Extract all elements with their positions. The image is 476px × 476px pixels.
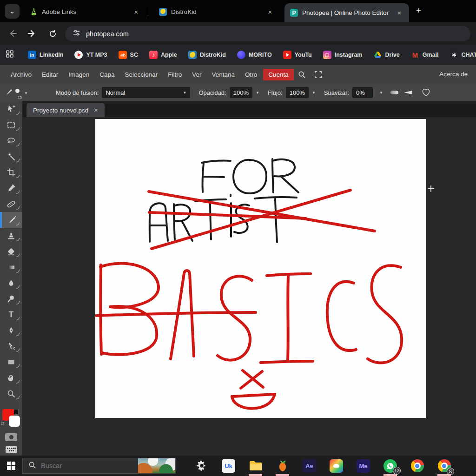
new-tab-button[interactable]: + <box>416 6 421 16</box>
tab-search-button[interactable]: ⌄ <box>5 4 20 19</box>
back-icon[interactable] <box>7 27 19 40</box>
menu-editar[interactable]: Editar <box>37 69 63 80</box>
tool-dodge[interactable] <box>0 291 22 307</box>
bookmark-apple[interactable]: ♪ Apple <box>144 51 183 59</box>
menu-ver[interactable]: Ver <box>187 69 206 80</box>
close-icon[interactable]: × <box>132 8 140 16</box>
tool-healing-brush[interactable] <box>0 196 22 212</box>
bookmark-youtube[interactable]: YouTu <box>278 51 317 59</box>
brush-preset-button[interactable]: 15 ▼ <box>5 87 28 98</box>
tool-hand[interactable] <box>0 370 22 386</box>
stroke-dynamics-icon[interactable] <box>390 91 398 94</box>
address-bar[interactable]: photopea.com <box>65 26 470 41</box>
menu-seleccionar[interactable]: Seleccionar <box>120 69 163 80</box>
tool-marquee[interactable] <box>0 117 22 133</box>
taskbar-settings[interactable] <box>194 459 209 473</box>
tune-icon[interactable] <box>73 29 80 39</box>
close-icon[interactable]: × <box>94 106 98 114</box>
tool-gradient[interactable] <box>0 259 22 275</box>
flow-field[interactable]: 100% <box>286 87 309 98</box>
bookmark-instagram[interactable]: Instagram <box>317 51 368 59</box>
menu-ventana[interactable]: Ventana <box>206 69 240 80</box>
taskbar-search[interactable] <box>22 458 176 474</box>
taskbar-fl-studio[interactable] <box>275 459 290 473</box>
apps-grid-icon[interactable] <box>6 50 14 60</box>
bookmark-distrokid[interactable]: DistroKid <box>183 51 231 59</box>
tool-crop[interactable] <box>0 165 22 180</box>
tab-photopea[interactable]: P Photopea | Online Photo Editor × <box>284 3 409 22</box>
tab-distrokid[interactable]: DistroKid × <box>153 3 280 20</box>
close-icon[interactable]: × <box>266 8 274 16</box>
search-input[interactable] <box>41 462 111 469</box>
chevron-down-icon: ⌄ <box>9 7 15 15</box>
whatsapp-badge: 12 <box>393 467 401 475</box>
heart-icon[interactable] <box>422 88 430 97</box>
opacity-field[interactable]: 100% <box>230 87 252 98</box>
blend-mode-select[interactable]: Normal ▼ <box>102 87 190 98</box>
tab-title: Adobe Links <box>42 8 76 15</box>
taskbar-after-effects[interactable]: Ae <box>302 459 317 473</box>
tool-clone-stamp[interactable] <box>0 228 22 244</box>
tool-path-select[interactable] <box>0 338 22 354</box>
smoothing-field[interactable]: 0% <box>352 87 373 98</box>
url-text[interactable]: photopea.com <box>86 30 129 38</box>
menu-imagen[interactable]: Imagen <box>63 69 94 80</box>
tool-shape[interactable] <box>0 354 22 370</box>
taskbar-whatsapp[interactable]: 12 <box>383 459 397 473</box>
taskbar-chrome[interactable] <box>410 459 424 473</box>
taskbar-creative-cloud[interactable] <box>329 459 344 473</box>
blend-mode-label: Modo de fusión: <box>56 89 99 96</box>
fullscreen-icon[interactable] <box>310 68 326 81</box>
tool-move[interactable] <box>0 101 22 117</box>
taskbar-media-encoder[interactable]: Me <box>356 459 370 473</box>
search-icon[interactable] <box>294 68 310 81</box>
document-tab[interactable]: Proyecto nuevo.psd × <box>26 103 105 117</box>
tool-blur[interactable] <box>0 275 22 291</box>
stroke-taper-icon[interactable] <box>404 91 412 94</box>
bookmark-soundcloud[interactable]: SC <box>113 51 144 59</box>
taskbar-uk-app[interactable]: Uk <box>221 459 236 473</box>
bookmark-drive[interactable]: Drive <box>368 51 405 59</box>
bookmark-chatgpt[interactable]: CHAT <box>444 51 476 59</box>
close-icon[interactable]: × <box>395 9 403 17</box>
tool-lasso[interactable] <box>0 133 22 149</box>
canvas[interactable] <box>95 119 426 418</box>
bookmark-morito[interactable]: MORITO <box>231 51 278 59</box>
menu-cuenta[interactable]: Cuenta <box>263 69 294 80</box>
reload-icon[interactable] <box>46 27 59 40</box>
forward-icon[interactable] <box>26 27 38 40</box>
caret-down-icon[interactable]: ▼ <box>379 91 383 95</box>
bookmark-yt-mp3[interactable]: YT MP3 <box>69 51 112 59</box>
menu-otro[interactable]: Otro <box>240 69 262 80</box>
distrokid-icon <box>188 51 197 59</box>
tool-zoom[interactable] <box>0 386 22 402</box>
bookmark-label: Drive <box>385 52 399 58</box>
bookmark-label: Instagram <box>335 52 363 58</box>
fl-studio-icon <box>277 459 289 472</box>
swap-colors-icon[interactable]: ⇄ <box>1 421 5 426</box>
bookmark-linkedin[interactable]: in LinkedIn <box>22 51 69 59</box>
bookmark-gmail[interactable]: M Gmail <box>405 51 444 59</box>
caret-down-icon[interactable]: ▼ <box>256 91 259 95</box>
taskbar-chrome-profile[interactable] <box>437 459 451 473</box>
menu-filtro[interactable]: Filtro <box>163 69 187 80</box>
tool-eyedropper[interactable] <box>0 180 22 196</box>
tool-type[interactable]: T <box>0 307 22 323</box>
menu-archivo[interactable]: Archivo <box>6 69 37 80</box>
menu-acerca-de[interactable]: Acerca de <box>439 71 468 78</box>
taskbar-file-explorer[interactable] <box>248 459 263 473</box>
tool-brush[interactable] <box>0 212 22 228</box>
keyboard-shortcuts-button[interactable] <box>6 446 17 453</box>
caret-down-icon[interactable]: ▼ <box>312 91 316 95</box>
tab-adobe-links[interactable]: Adobe Links × <box>24 3 146 20</box>
bookmark-label: DistroKid <box>200 52 226 58</box>
quick-mask-button[interactable] <box>5 433 17 441</box>
weather-widget-image[interactable] <box>138 458 175 473</box>
menu-capa[interactable]: Capa <box>94 69 119 80</box>
media-encoder-icon: Me <box>357 459 370 473</box>
background-color[interactable] <box>9 416 20 427</box>
tool-magic-wand[interactable] <box>0 149 22 165</box>
start-button[interactable] <box>0 462 22 470</box>
tool-pen[interactable] <box>0 323 22 338</box>
tool-eraser[interactable] <box>0 244 22 259</box>
